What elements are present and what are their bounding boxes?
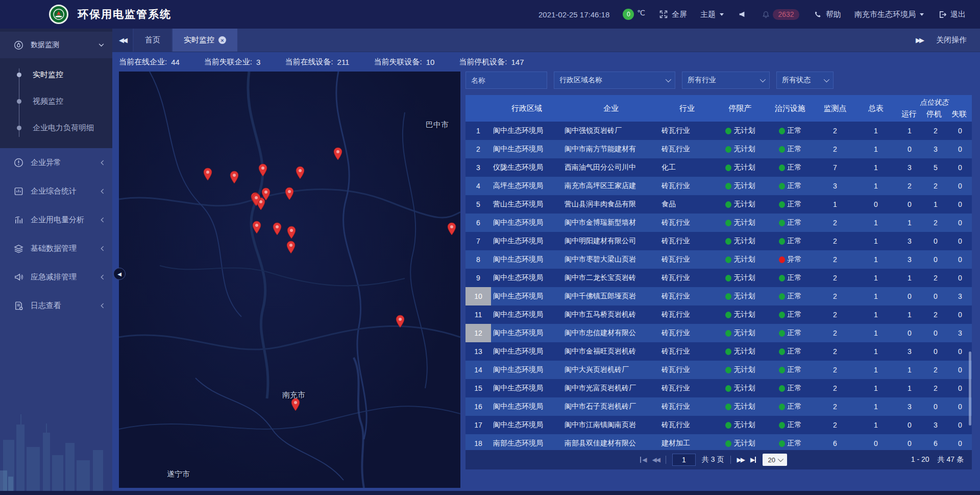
- table-row[interactable]: 7 阆中生态环境局 阆中明阳建材有限公司 砖瓦行业 无计划 正常 2 1 3 0…: [465, 232, 972, 250]
- map-pin-marker[interactable]: [287, 226, 296, 241]
- row-industry-cell: 砖瓦行业: [659, 218, 715, 227]
- row-meter-cell: 1: [855, 127, 896, 135]
- sidebar-item-base-data[interactable]: 基础数据管理: [0, 234, 112, 263]
- tab-home[interactable]: 首页: [134, 29, 172, 52]
- map-pin-marker[interactable]: [273, 222, 282, 237]
- table-row[interactable]: 13 阆中生态环境局 阆中市金福旺页岩机砖 砖瓦行业 无计划 正常 2 1 3 …: [465, 342, 972, 361]
- row-run-cell: 0: [896, 421, 923, 429]
- table-row[interactable]: 4 高坪生态环境局 南充市高坪区王家店建 砖瓦行业 无计划 正常 3 1 2 2…: [465, 177, 972, 195]
- row-facility-status-cell: 正常: [766, 163, 815, 172]
- row-facility-status-label: 正常: [788, 292, 802, 301]
- row-facility-status-label: 正常: [788, 218, 802, 227]
- row-stopped-cell: 2: [923, 311, 948, 319]
- row-company-cell: 阆中千佛镇五郎垭页岩: [562, 292, 659, 301]
- table-row[interactable]: 1 阆中生态环境局 阆中强锐页岩砖厂 砖瓦行业 无计划 正常 2 1 1 2 0: [465, 122, 972, 140]
- map-pin-marker[interactable]: [285, 187, 294, 202]
- stats-board-icon: [13, 186, 23, 196]
- map-pin-marker[interactable]: [333, 147, 342, 162]
- table-row[interactable]: 16 阆中生态环境局 阆中市石子页岩机砖厂 砖瓦行业 无计划 正常 2 1 3 …: [465, 397, 972, 416]
- table-body: 1 阆中生态环境局 阆中强锐页岩砖厂 砖瓦行业 无计划 正常 2 1 1 2 0…: [465, 122, 972, 450]
- sidebar-subitem[interactable]: 企业电力负荷明细: [0, 114, 112, 141]
- record-total-label: 共 47 条: [938, 455, 964, 464]
- green-status-dot-icon: [725, 404, 731, 410]
- row-stop-status-label: 无计划: [734, 163, 755, 172]
- close-operations-button[interactable]: 关闭操作: [936, 35, 967, 45]
- industry-select[interactable]: 所有行业: [682, 72, 770, 89]
- map-pin-marker[interactable]: [396, 315, 405, 329]
- map-pin-marker[interactable]: [258, 163, 267, 178]
- theme-dropdown[interactable]: 主题: [700, 10, 724, 19]
- map-pin-marker[interactable]: [252, 193, 261, 208]
- row-stop-status-label: 无计划: [734, 292, 755, 301]
- table-row[interactable]: 2 阆中生态环境局 阆中市南方节能建材有 砖瓦行业 无计划 正常 2 1 0 3…: [465, 140, 972, 158]
- table-row[interactable]: 3 仪陇生态环境局 西南油气田分公司川中 化工 无计划 正常 7 1 3 5 0: [465, 158, 972, 177]
- table-row[interactable]: 18 南部生态环境局 南部县双佳建材有限公 建材加工 无计划 正常 6 0 0 …: [465, 434, 972, 450]
- logout-button[interactable]: 退出: [937, 9, 966, 19]
- map-pin-marker[interactable]: [447, 222, 456, 237]
- row-stop-status-label: 无计划: [734, 439, 755, 448]
- sidebar-item-company-abnormal[interactable]: 企业异常: [0, 148, 112, 177]
- row-points-cell: 2: [815, 292, 855, 300]
- row-facility-status-label: 正常: [788, 328, 802, 338]
- map-pin-marker[interactable]: [230, 171, 239, 185]
- row-points-cell: 2: [815, 329, 855, 337]
- table-row[interactable]: 17 阆中生态环境局 阆中市江南镇阆南页岩 砖瓦行业 无计划 正常 2 1 0 …: [465, 416, 972, 434]
- table-row[interactable]: 8 阆中生态环境局 阆中市枣碧大梁山页岩 砖瓦行业 无计划 异常 2 1 3 0…: [465, 250, 972, 269]
- table-row[interactable]: 12 阆中生态环境局 阆中市忠信建材有限公 砖瓦行业 无计划 正常 2 1 0 …: [465, 324, 972, 342]
- row-facility-status-cell: 正常: [766, 384, 815, 393]
- sidebar-item-power-analysis[interactable]: 企业用电量分析: [0, 205, 112, 234]
- region-select[interactable]: 行政区域名称: [554, 72, 675, 89]
- table-row[interactable]: 5 营山生态环境局 营山县润丰肉食品有限 食品 无计划 正常 1 0 0 1 0: [465, 195, 972, 214]
- sidebar-item-company-statistics[interactable]: 企业综合统计: [0, 177, 112, 205]
- chevron-collapsed-icon: [101, 303, 104, 309]
- org-user-dropdown[interactable]: 南充市生态环境局: [854, 10, 924, 19]
- notification-button[interactable]: 2632: [761, 9, 799, 20]
- row-run-cell: 1: [896, 127, 923, 135]
- row-points-cell: 2: [815, 145, 855, 153]
- map-panel[interactable]: 巴中市南充市遂宁市: [119, 72, 460, 488]
- stat-item: 当前失联企业: 3: [204, 57, 261, 67]
- next-page-button[interactable]: ▶▶: [737, 456, 744, 463]
- last-page-button[interactable]: ▶: [750, 456, 756, 463]
- map-pin-marker[interactable]: [296, 166, 305, 181]
- sidebar-item-data-monitoring[interactable]: 数据监测: [0, 32, 112, 58]
- table-row[interactable]: 9 阆中生态环境局 阆中市二龙长宝页岩砖 砖瓦行业 无计划 正常 2 1 1 2…: [465, 269, 972, 287]
- tab-scroll-right-button[interactable]: ▶▶: [916, 36, 923, 44]
- tab-scroll-left-button[interactable]: ◀◀: [112, 29, 133, 52]
- sidebar-item-log-view[interactable]: 日志查看: [0, 291, 112, 320]
- table-scrollbar-thumb[interactable]: [969, 351, 971, 426]
- table-row[interactable]: 14 阆中生态环境局 阆中大兴页岩机砖厂 砖瓦行业 无计划 正常 2 1 1 2…: [465, 361, 972, 379]
- fullscreen-button[interactable]: 全屏: [658, 9, 687, 19]
- row-meter-cell: 1: [855, 329, 896, 337]
- row-stop-status-cell: 无计划: [715, 145, 766, 154]
- table-row[interactable]: 10 阆中生态环境局 阆中千佛镇五郎垭页岩 砖瓦行业 无计划 正常 2 1 0 …: [465, 287, 972, 305]
- table-row[interactable]: 15 阆中生态环境局 阆中市光富页岩机砖厂 砖瓦行业 无计划 正常 2 1 1 …: [465, 379, 972, 397]
- map-pin-marker[interactable]: [286, 241, 296, 255]
- sidebar-subitem[interactable]: 实时监控: [0, 61, 112, 88]
- tab-realtime-monitor[interactable]: 实时监控 ×: [173, 29, 237, 52]
- page-size-select[interactable]: 20: [763, 454, 787, 466]
- first-page-button[interactable]: ◀: [640, 456, 646, 463]
- map-collapse-button[interactable]: ◀: [113, 268, 126, 280]
- row-stop-status-label: 无计划: [734, 200, 755, 209]
- facility-status-dot-icon: [779, 312, 785, 318]
- map-pin-marker[interactable]: [252, 221, 261, 235]
- prev-page-button[interactable]: ◀◀: [652, 456, 659, 463]
- row-facility-status-label: 正常: [788, 273, 802, 282]
- row-meter-cell: 1: [855, 384, 896, 392]
- tab-close-icon[interactable]: ×: [218, 36, 226, 44]
- region-select-value: 行政区域名称: [559, 76, 602, 85]
- table-row[interactable]: 11 阆中生态环境局 阆中市五马桥页岩机砖 砖瓦行业 无计划 正常 2 1 1 …: [465, 305, 972, 324]
- sound-toggle-button[interactable]: [737, 9, 747, 19]
- sidebar-subitem[interactable]: 视频监控: [0, 88, 112, 114]
- map-pin-marker[interactable]: [291, 398, 300, 413]
- help-button[interactable]: 帮助: [813, 9, 841, 19]
- table-row[interactable]: 6 阆中生态环境局 阆中市金博瑞新型墙材 砖瓦行业 无计划 正常 2 1 1 2…: [465, 214, 972, 232]
- page-number-input[interactable]: 1: [672, 454, 696, 466]
- name-search-input[interactable]: [465, 72, 547, 89]
- status-select[interactable]: 所有状态: [776, 72, 834, 89]
- row-stopped-cell: 2: [923, 182, 948, 190]
- sidebar-item-emergency-reduction[interactable]: 应急减排管理: [0, 263, 112, 291]
- row-facility-status-label: 正常: [788, 145, 802, 154]
- map-pin-marker[interactable]: [203, 168, 212, 182]
